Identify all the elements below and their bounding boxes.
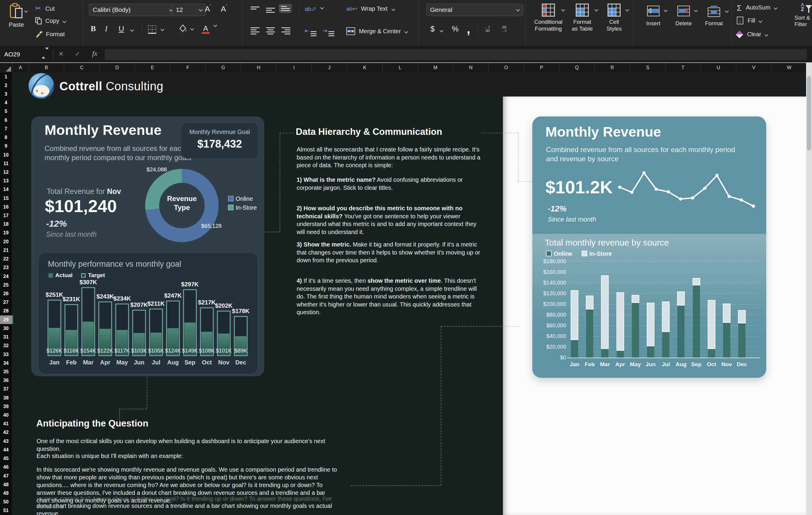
column-header-T[interactable]: T: [665, 63, 701, 72]
row-header-35[interactable]: 35: [0, 367, 12, 376]
column-header-E[interactable]: E: [135, 63, 170, 72]
row-header-26[interactable]: 26: [0, 289, 12, 298]
paste-button[interactable]: Paste: [5, 3, 28, 28]
instore-bar-Sep[interactable]: [693, 278, 700, 285]
online-bar-Feb[interactable]: [586, 309, 593, 358]
align-right-button[interactable]: [282, 27, 290, 34]
chevron-down-icon[interactable]: [392, 8, 395, 11]
orientation-button[interactable]: ab⬀: [304, 5, 323, 12]
stacked-bar-chart[interactable]: $180,000$160,000$140,000$120,000$100,000…: [532, 116, 766, 378]
online-bar-Jul[interactable]: [662, 332, 669, 358]
select-all-corner[interactable]: [0, 63, 12, 72]
merge-center-button[interactable]: Merge & Center: [346, 27, 407, 36]
row-header-40[interactable]: 40: [0, 411, 12, 419]
wrap-text-button[interactable]: ab↩ Wrap Text: [346, 5, 395, 12]
instore-bar-Jul[interactable]: [662, 301, 670, 332]
formula-input[interactable]: [105, 49, 807, 60]
column-header-N[interactable]: N: [453, 63, 489, 72]
column-header-C[interactable]: C: [64, 63, 99, 72]
online-bar-Mar[interactable]: [601, 349, 608, 358]
instore-bar-Aug[interactable]: [677, 291, 685, 306]
row-header-41[interactable]: 41: [0, 420, 12, 428]
increase-decimal-button[interactable]: ←0 .00: [485, 26, 490, 33]
instore-bar-Dec[interactable]: [738, 310, 746, 324]
chevron-down-icon[interactable]: [320, 6, 323, 9]
online-bar-Jan[interactable]: [571, 340, 578, 358]
italic-button[interactable]: I: [105, 24, 108, 33]
row-header-38[interactable]: 38: [0, 394, 12, 402]
chevron-down-icon[interactable]: [765, 33, 768, 36]
cancel-icon[interactable]: ✕: [58, 50, 64, 58]
row-header-2[interactable]: 2: [0, 81, 12, 90]
row-header-19[interactable]: 19: [0, 229, 12, 237]
column-header-B[interactable]: B: [29, 63, 64, 72]
chevron-down-icon[interactable]: [664, 9, 667, 12]
font-size-select[interactable]: 12: [172, 4, 206, 16]
row-header-3[interactable]: 3: [0, 90, 12, 98]
name-box[interactable]: AO29: [0, 47, 52, 62]
row-header-51[interactable]: 51: [0, 506, 12, 515]
row-header-28[interactable]: 28: [0, 307, 12, 315]
column-header-K[interactable]: K: [347, 63, 382, 72]
online-bar-Oct[interactable]: [708, 349, 715, 358]
delete-cells-button[interactable]: Delete: [669, 5, 698, 27]
actual-vs-target-bar-chart[interactable]: $251K$126KJan$231K$116KFeb$307K$154KMar$…: [39, 253, 257, 374]
online-bar-Jun[interactable]: [647, 346, 654, 358]
row-header-34[interactable]: 34: [0, 359, 12, 367]
column-header-L[interactable]: L: [382, 63, 418, 72]
column-header-D[interactable]: D: [99, 63, 135, 72]
conditional-formatting-button[interactable]: ConditionalFormatting: [533, 4, 564, 32]
cell-styles-button[interactable]: CellStyles: [601, 4, 628, 32]
row-header-20[interactable]: 20: [0, 237, 12, 246]
row-header-21[interactable]: 21: [0, 246, 12, 254]
vertical-scrollbar[interactable]: [806, 62, 812, 515]
format-cells-button[interactable]: Format: [700, 5, 728, 27]
column-header-V[interactable]: V: [736, 63, 772, 72]
column-header-W[interactable]: W: [772, 63, 807, 72]
row-header-23[interactable]: 23: [0, 264, 12, 272]
column-header-H[interactable]: H: [241, 63, 277, 72]
chevron-down-icon[interactable]: [191, 27, 194, 30]
row-header-32[interactable]: 32: [0, 341, 12, 350]
online-bar-May[interactable]: [632, 303, 639, 358]
row-header-39[interactable]: 39: [0, 402, 12, 411]
align-middle-button[interactable]: [266, 8, 275, 13]
scrollbar-thumb[interactable]: [807, 76, 811, 150]
row-header-7[interactable]: 7: [0, 124, 12, 133]
column-header-I[interactable]: I: [277, 63, 312, 72]
increase-indent-button[interactable]: ⇥: [322, 27, 335, 36]
row-header-47[interactable]: 47: [0, 472, 12, 480]
chevron-down-icon[interactable]: [24, 9, 27, 12]
column-header-P[interactable]: P: [524, 63, 559, 72]
row-header-31[interactable]: 31: [0, 333, 12, 341]
align-left-button[interactable]: [251, 27, 259, 34]
chevron-down-icon[interactable]: [440, 29, 443, 32]
decrease-indent-button[interactable]: ⇤: [304, 27, 317, 36]
instore-bar-Nov[interactable]: [723, 304, 730, 323]
instore-bar-Feb[interactable]: [586, 296, 593, 309]
row-header-37[interactable]: 37: [0, 385, 12, 394]
underline-button[interactable]: U: [119, 24, 124, 34]
row-header-29[interactable]: 29: [0, 315, 13, 324]
column-header-F[interactable]: F: [170, 63, 206, 72]
column-header-U[interactable]: U: [701, 63, 736, 72]
online-bar-Sep[interactable]: [693, 285, 700, 358]
column-header-R[interactable]: R: [595, 63, 630, 72]
decrease-font-button[interactable]: Aˇ: [221, 4, 227, 14]
chevron-down-icon[interactable]: [561, 8, 564, 11]
chevron-down-icon[interactable]: [214, 24, 217, 27]
increase-font-button[interactable]: Aˆ: [205, 4, 211, 14]
row-header-25[interactable]: 25: [0, 281, 12, 289]
percent-button[interactable]: %: [452, 24, 459, 34]
currency-button[interactable]: $: [430, 24, 435, 34]
format-painter-button[interactable]: Format: [35, 30, 65, 39]
column-header-M[interactable]: M: [418, 63, 453, 72]
align-bottom-button[interactable]: [279, 4, 292, 13]
row-header-27[interactable]: 27: [0, 298, 12, 307]
row-header-4[interactable]: 4: [0, 99, 12, 107]
row-header-36[interactable]: 36: [0, 376, 12, 385]
row-header-9[interactable]: 9: [0, 142, 12, 151]
align-top-button[interactable]: [251, 6, 259, 9]
chevron-down-icon[interactable]: [130, 29, 134, 31]
row-header-17[interactable]: 17: [0, 211, 12, 220]
